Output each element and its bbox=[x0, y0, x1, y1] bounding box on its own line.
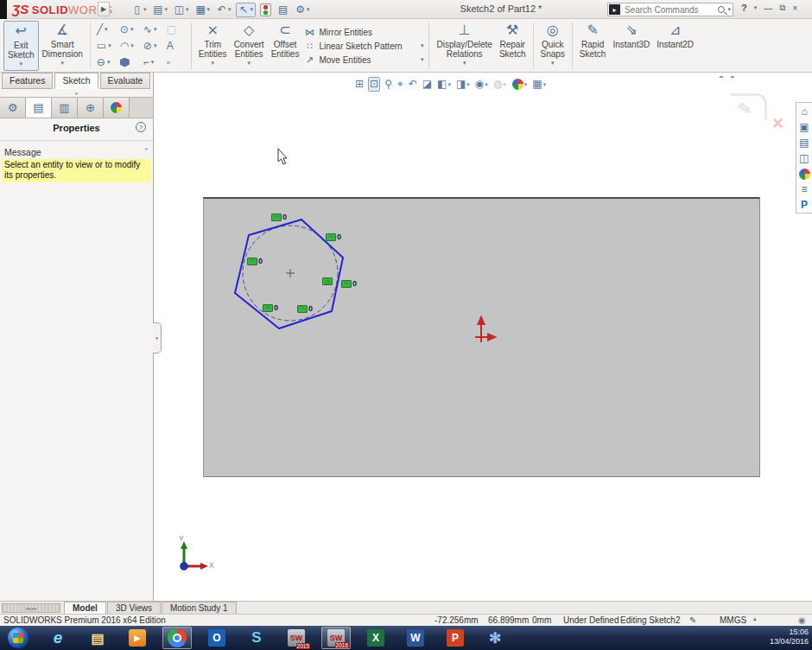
panel-tab-dimxpert-manager[interactable]: ⊕ bbox=[78, 98, 104, 118]
dropdown-arrow-icon[interactable]: ▾ bbox=[485, 81, 488, 88]
undo-icon[interactable]: ↶ ▾ bbox=[214, 3, 233, 16]
instant2d-button[interactable]: ⊿ Instant2D bbox=[653, 21, 697, 71]
resources-home-icon[interactable]: ⌂ bbox=[797, 104, 812, 119]
message-group-header[interactable]: Message ⌃ bbox=[4, 147, 149, 157]
edit-appearance-icon[interactable]: ◍ ▾ bbox=[492, 78, 507, 91]
dropdown-arrow-icon[interactable]: ▾ bbox=[228, 6, 232, 13]
dropdown-arrow-icon[interactable]: ▾ bbox=[143, 6, 147, 13]
view-settings-icon[interactable]: ▦ ▾ bbox=[531, 78, 547, 91]
dropdown-arrow-icon[interactable]: ▾ bbox=[108, 42, 111, 49]
dropdown-arrow-icon[interactable]: ▾ bbox=[421, 56, 424, 63]
mirror-entities-button[interactable]: ⋈ Mirror Entities bbox=[304, 27, 423, 38]
search-commands-box[interactable]: ▸ ▾ bbox=[607, 3, 733, 16]
taskbar-clock[interactable]: 15:06 13/04/2016 bbox=[770, 628, 809, 647]
options-gear-icon[interactable]: ⚙ ▾ bbox=[293, 3, 312, 16]
status-right-icon[interactable]: ◉ bbox=[798, 615, 806, 625]
panel-tab-configuration-manager[interactable]: ▥ bbox=[52, 98, 78, 118]
dropdown-arrow-icon[interactable]: ▾ bbox=[107, 59, 111, 66]
zoom-to-area-icon[interactable]: ⊡ bbox=[368, 77, 380, 92]
search-dropdown-icon[interactable]: ▾ bbox=[727, 6, 731, 13]
custom-properties-icon[interactable]: ≡ bbox=[797, 182, 812, 197]
internet-explorer-icon[interactable]: e bbox=[43, 627, 73, 649]
tab-motion-study[interactable]: Motion Study 1 bbox=[162, 602, 237, 614]
trim-entities-button[interactable]: ⨯ Trim Entities ▾ bbox=[195, 21, 231, 71]
panel-tab-display-manager[interactable] bbox=[104, 98, 130, 118]
excel-icon[interactable]: X bbox=[361, 627, 390, 649]
dropdown-arrow-icon[interactable]: ▾ bbox=[463, 60, 466, 67]
dropdown-arrow-icon[interactable]: ▾ bbox=[60, 60, 64, 67]
tab-evaluate[interactable]: Evaluate bbox=[100, 73, 151, 89]
powerpoint-icon[interactable]: P bbox=[441, 627, 470, 649]
file-properties-icon[interactable]: ▤ bbox=[276, 3, 290, 16]
dropdown-arrow-icon[interactable]: ▾ bbox=[105, 26, 108, 33]
tangent-relation-badge[interactable]: ◠ 0 bbox=[247, 258, 263, 265]
spline-tool-icon[interactable]: ∿ ▾ bbox=[141, 22, 164, 38]
panel-splitter[interactable]: ● bbox=[0, 90, 153, 97]
dropdown-arrow-icon[interactable]: ▾ bbox=[20, 61, 23, 67]
tangent-relation-badge[interactable]: ◇ bbox=[322, 277, 333, 285]
tangent-relation-badge[interactable]: ◠ 0 bbox=[263, 304, 278, 312]
dropdown-arrow-icon[interactable]: ▾ bbox=[130, 42, 134, 49]
dropdown-arrow-icon[interactable]: ▾ bbox=[551, 60, 555, 67]
design-library-icon[interactable]: ▣ bbox=[797, 119, 812, 135]
tab-3d-views[interactable]: 3D Views bbox=[107, 602, 161, 614]
save-icon[interactable]: ◫ ▾ bbox=[172, 3, 191, 16]
dropdown-arrow-icon[interactable]: ▾ bbox=[421, 42, 424, 49]
convert-entities-button[interactable]: ◇ Convert Entities ▾ bbox=[231, 21, 268, 71]
line-tool-icon[interactable]: ╱ ▾ bbox=[94, 22, 117, 38]
dropdown-arrow-icon[interactable]: ▾ bbox=[524, 81, 528, 88]
graphics-area[interactable]: ⊞ ⊡ ⚲ ⌖ ↶ bbox=[154, 73, 812, 601]
previous-view-icon[interactable]: ↶ bbox=[408, 78, 418, 91]
repair-sketch-button[interactable]: ⚒ Repair Sketch bbox=[496, 21, 530, 71]
help-button[interactable]: ? bbox=[741, 3, 747, 13]
dropdown-arrow-icon[interactable]: ▾ bbox=[165, 6, 168, 13]
menu-expand-button[interactable]: ▶ bbox=[98, 2, 110, 16]
print-icon[interactable]: ▦ ▾ bbox=[193, 3, 213, 16]
disabled-tool-icon[interactable]: ▢ bbox=[164, 22, 187, 38]
point-tool-icon[interactable]: ▫ bbox=[164, 54, 187, 71]
zoom-in-out-icon[interactable]: ⌖ bbox=[396, 78, 404, 91]
tangent-relation-badge[interactable]: ◠ 0 bbox=[271, 213, 287, 221]
rapid-sketch-button[interactable]: ✎ Rapid Sketch bbox=[576, 21, 610, 71]
selection-filter-icon[interactable] bbox=[258, 3, 273, 17]
quick-snaps-button[interactable]: ◎ Quick Snaps ▾ bbox=[537, 21, 568, 71]
display-delete-relations-button[interactable]: ⊥ Display/Delete Relations ▾ bbox=[433, 21, 495, 71]
hide-show-items-icon[interactable]: ◉ ▾ bbox=[474, 78, 489, 91]
move-entities-button[interactable]: ↗ Move Entities ▾ bbox=[304, 54, 423, 66]
dropdown-arrow-icon[interactable]: ▾ bbox=[207, 6, 211, 13]
tangent-relation-badge[interactable]: ◠ 0 bbox=[297, 305, 313, 313]
dropdown-arrow-icon[interactable]: ▾ bbox=[543, 81, 547, 88]
tangent-relation-badge[interactable]: ◠ 0 bbox=[341, 280, 357, 288]
dropdown-arrow-icon[interactable]: ▾ bbox=[247, 60, 251, 67]
file-explorer-taskbar-icon[interactable]: ▤ bbox=[83, 627, 112, 649]
minimize-button[interactable]: — bbox=[764, 3, 772, 13]
text-tool-icon[interactable]: A bbox=[164, 38, 187, 54]
close-button[interactable]: × bbox=[792, 3, 797, 13]
cancel-sketch-icon[interactable]: × bbox=[772, 112, 783, 135]
ellipse-tool-icon[interactable]: ⊘ ▾ bbox=[141, 38, 164, 54]
arc-tool-icon[interactable]: ◠ ▾ bbox=[117, 38, 141, 54]
slot-tool-icon[interactable]: ⊖ ▾ bbox=[94, 54, 117, 71]
dropdown-arrow-icon[interactable]: ▾ bbox=[447, 81, 451, 88]
doc-cascade-icon[interactable] bbox=[731, 76, 734, 78]
part-face[interactable] bbox=[203, 197, 760, 477]
fillet-tool-icon[interactable]: ⌐ ▾ bbox=[141, 54, 164, 71]
tab-sketch[interactable]: Sketch bbox=[54, 73, 98, 89]
skype-icon[interactable]: S bbox=[242, 627, 271, 649]
tab-features[interactable]: Features bbox=[2, 73, 53, 89]
flower-app-icon[interactable]: ✻ bbox=[480, 627, 510, 649]
new-document-icon[interactable]: ▯ ▾ bbox=[130, 3, 149, 16]
instant3d-button[interactable]: ⇘ Instant3D bbox=[609, 21, 653, 71]
view-palette-icon[interactable]: ◫ bbox=[797, 150, 812, 166]
zoom-to-fit-icon[interactable]: ⊞ bbox=[354, 78, 365, 91]
linear-sketch-pattern-button[interactable]: ∷ Linear Sketch Pattern ▾ bbox=[304, 41, 423, 52]
search-input[interactable] bbox=[623, 4, 715, 16]
section-view-icon[interactable]: ◪ bbox=[422, 78, 433, 91]
file-explorer-icon[interactable]: ▤ bbox=[797, 135, 812, 150]
restore-button[interactable]: ⧉ bbox=[779, 3, 785, 13]
select-cursor-icon[interactable]: ↖ ▾ bbox=[236, 3, 257, 17]
panel-tab-feature-manager[interactable]: ⚙ bbox=[0, 98, 26, 118]
tab-model[interactable]: Model bbox=[64, 602, 106, 614]
collapse-chevron-icon[interactable]: ⌃ bbox=[143, 147, 149, 157]
panel-tab-property-manager[interactable]: ▤ bbox=[26, 98, 52, 118]
